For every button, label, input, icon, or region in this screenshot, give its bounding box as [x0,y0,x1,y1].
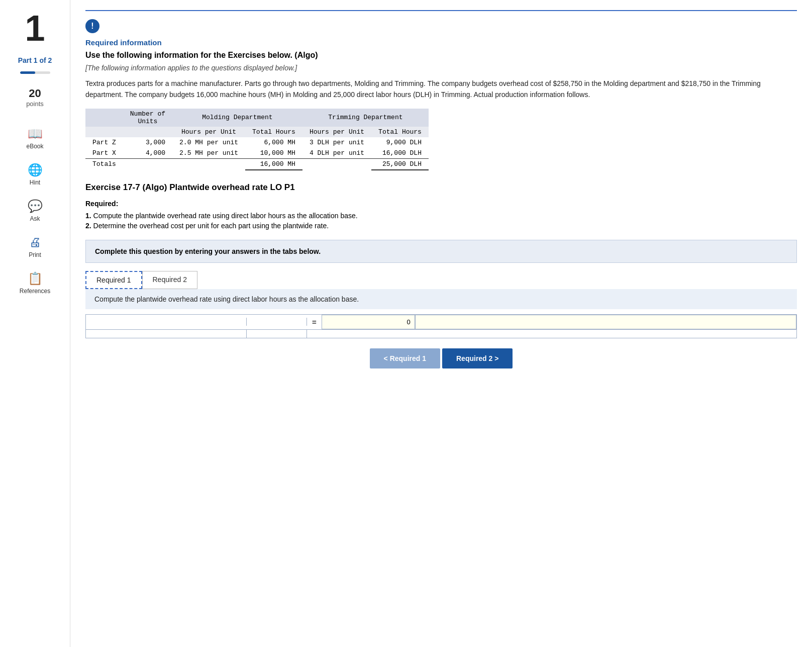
part-z-mh-total: 6,000 MH [245,137,302,148]
next-button-label: Required 2 > [456,354,498,362]
totals-mh-per [172,158,245,170]
tab-required-1-label: Required 1 [96,276,131,284]
input-label-row2-1 [86,330,247,338]
col-subheader-empty [85,127,123,137]
references-label: References [20,288,50,295]
tab-description: Compute the plantwide overhead rate usin… [85,289,797,309]
tab-required-2[interactable]: Required 2 [142,271,198,289]
info-icon: ! [85,19,99,33]
part-z-dlh-per: 3 DLH per unit [302,137,371,148]
equals-sign: = [307,318,322,326]
question-number: 1 [25,10,45,46]
required-info-title: Required information [85,38,797,47]
points-number: 20 [26,87,44,100]
references-icon: 📋 [28,271,43,286]
input-field-1[interactable] [322,315,415,329]
table-row: Part Z 3,000 2.0 MH per unit 6,000 MH 3 … [85,137,429,148]
print-icon: 🖨 [29,235,41,249]
col-header-empty [85,109,123,127]
sidebar-item-ask[interactable]: 💬 Ask [5,195,65,226]
ebook-icon: 📖 [28,127,43,141]
input-row-2 [86,330,796,338]
part-progress-bar [20,71,50,74]
exercise-section: Exercise 17-7 (Algo) Plantwide overhead … [85,182,797,368]
totals-label: Totals [85,158,123,170]
sidebar: 1 Part 1 of 2 20 points 📖 eBook 🌐 Hint 💬… [0,0,70,647]
col-subheader-units2 [123,127,172,137]
input-table: = [85,314,797,338]
use-following-title: Use the following information for the Ex… [85,51,797,60]
complete-box: Complete this question by entering your … [85,240,797,263]
col-header-trimming: Trimming Department [302,109,429,127]
part-x-units: 4,000 [123,148,172,159]
part-x-dlh-per: 4 DLH per unit [302,148,371,159]
description-text: Textra produces parts for a machine manu… [85,78,797,101]
info-block: ! Required information Use the following… [85,10,797,170]
tabs-row: Required 1 Required 2 [85,271,797,289]
next-button[interactable]: Required 2 > [442,348,513,368]
required-item-1: 1. Compute the plantwide overhead rate u… [85,212,797,220]
nav-buttons: < Required 1 Required 2 > [85,348,797,368]
hint-label: Hint [30,179,40,186]
data-table: Number ofUnits Molding Department Trimmi… [85,109,429,170]
col-subheader-mh-total: Total Hours [245,127,302,137]
sidebar-item-print[interactable]: 🖨 Print [5,231,65,262]
sidebar-item-hint[interactable]: 🌐 Hint [5,159,65,190]
table-row: Part X 4,000 2.5 MH per unit 10,000 MH 4… [85,148,429,159]
input-label-1 [86,318,247,326]
input-label-2 [247,318,307,326]
part-label: Part 1 of 2 [18,56,52,64]
part-x-mh-total: 10,000 MH [245,148,302,159]
part-x-mh-per: 2.5 MH per unit [172,148,245,159]
part-z-label: Part Z [85,137,123,148]
points-label: points [26,100,44,108]
hint-icon: 🌐 [28,163,43,177]
prev-button-label: < Required 1 [384,354,426,362]
prev-button[interactable]: < Required 1 [370,348,440,368]
input-label-row2-2 [247,330,307,338]
italic-note: [The following information applies to th… [85,64,797,72]
ebook-label: eBook [26,143,43,150]
col-subheader-dlh-per-unit: Hours per Unit [302,127,371,137]
totals-dlh-per [302,158,371,170]
totals-units [123,158,172,170]
part-progress-fill [20,71,35,74]
part-z-units: 3,000 [123,137,172,148]
required-list: 1. Compute the plantwide overhead rate u… [85,212,797,230]
tab-required-1[interactable]: Required 1 [85,271,142,289]
col-header-units: Number ofUnits [123,109,172,127]
exercise-title: Exercise 17-7 (Algo) Plantwide overhead … [85,182,797,193]
part-z-mh-per: 2.0 MH per unit [172,137,245,148]
totals-dlh-total: 25,000 DLH [371,158,429,170]
ask-icon: 💬 [28,199,43,213]
part-x-label: Part X [85,148,123,159]
required-item-2: 2. Determine the overhead cost per unit … [85,222,797,230]
part-x-dlh-total: 16,000 DLH [371,148,429,159]
input-field-2[interactable] [415,315,796,329]
required-label: Required: [85,200,797,208]
table-row-totals: Totals 16,000 MH 25,000 DLH [85,158,429,170]
input-row-1: = [86,315,796,330]
sidebar-item-references[interactable]: 📋 References [5,267,65,299]
col-subheader-dlh-total: Total Hours [371,127,429,137]
col-header-molding: Molding Department [172,109,302,127]
main-content: ! Required information Use the following… [70,0,812,647]
points-block: 20 points [26,87,44,108]
complete-box-text: Complete this question by entering your … [95,247,321,255]
sidebar-item-ebook[interactable]: 📖 eBook [5,123,65,154]
totals-mh-total: 16,000 MH [245,158,302,170]
tab-required-2-label: Required 2 [153,275,187,284]
ask-label: Ask [30,215,40,222]
part-z-dlh-total: 9,000 DLH [371,137,429,148]
col-subheader-mh-per-unit: Hours per Unit [172,127,245,137]
print-label: Print [29,251,41,258]
